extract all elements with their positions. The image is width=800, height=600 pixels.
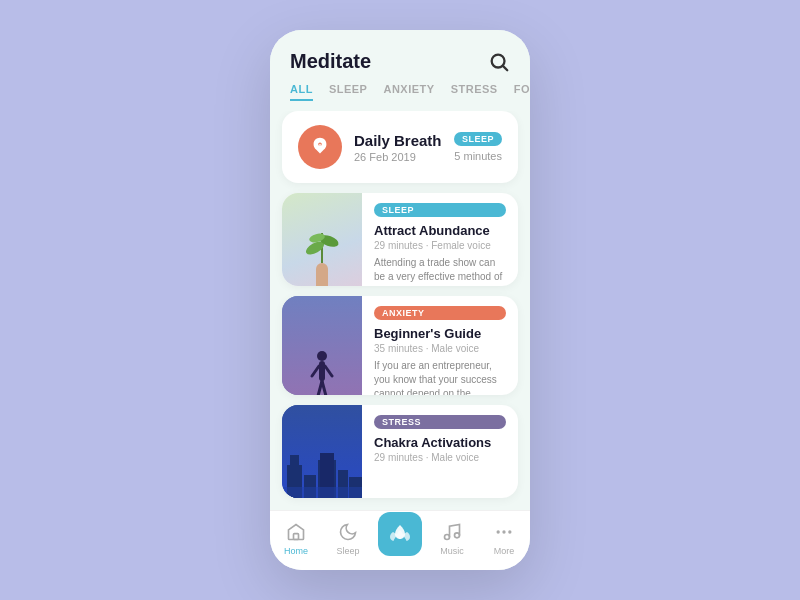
svg-point-29 <box>502 530 505 533</box>
nav-sleep[interactable]: Sleep <box>326 521 370 556</box>
card-title-attract: Attract Abundance <box>374 223 506 238</box>
nav-more-label: More <box>494 546 515 556</box>
card-desc-attract: Attending a trade show can be a very eff… <box>374 256 506 286</box>
card-meta-attract: 29 minutes · Female voice <box>374 240 506 251</box>
nav-meditate[interactable] <box>378 522 422 556</box>
card-badge-beginner: ANXIETY <box>374 306 506 320</box>
music-icon <box>441 521 463 543</box>
header: Meditate <box>270 30 530 83</box>
svg-rect-24 <box>282 487 362 498</box>
nav-music[interactable]: Music <box>430 521 474 556</box>
card-meta-chakra: 29 minutes · Male voice <box>374 452 506 463</box>
card-body-beginner: ANXIETY Beginner's Guide 35 minutes · Ma… <box>362 296 518 396</box>
svg-rect-4 <box>316 263 328 286</box>
daily-card[interactable]: Daily Breath 26 Feb 2019 SLEEP 5 minutes <box>282 111 518 183</box>
svg-rect-11 <box>319 361 325 381</box>
search-icon[interactable] <box>488 51 510 73</box>
card-body-chakra: STRESS Chakra Activations 29 minutes · M… <box>362 405 518 498</box>
silhouette-illustration <box>282 296 362 396</box>
card-badge-chakra: STRESS <box>374 415 506 429</box>
svg-point-27 <box>455 533 460 538</box>
card-image-attract <box>282 193 362 286</box>
nav-more[interactable]: More <box>482 521 526 556</box>
tab-sleep[interactable]: SLEEP <box>329 83 368 101</box>
tab-anxiety[interactable]: ANXIETY <box>383 83 434 101</box>
daily-title: Daily Breath <box>354 132 442 149</box>
card-desc-beginner: If you are an entrepreneur, you know tha… <box>374 359 506 396</box>
card-meta-beginner: 35 minutes · Male voice <box>374 343 506 354</box>
daily-breath-icon <box>298 125 342 169</box>
daily-badge: SLEEP <box>454 132 502 146</box>
nav-music-label: Music <box>440 546 464 556</box>
svg-line-1 <box>503 66 507 70</box>
card-chakra[interactable]: STRESS Chakra Activations 29 minutes · M… <box>282 405 518 498</box>
app-title: Meditate <box>290 50 371 73</box>
svg-point-30 <box>508 530 511 533</box>
nav-home[interactable]: Home <box>274 521 318 556</box>
card-attract-abundance[interactable]: SLEEP Attract Abundance 29 minutes · Fem… <box>282 193 518 286</box>
home-icon <box>285 521 307 543</box>
svg-rect-25 <box>294 534 299 540</box>
svg-point-10 <box>317 351 327 361</box>
tab-bar: ALL SLEEP ANXIETY STRESS FOCUS <box>270 83 530 111</box>
tab-all[interactable]: ALL <box>290 83 313 101</box>
hand-illustration <box>287 223 357 286</box>
daily-info: Daily Breath 26 Feb 2019 <box>354 132 442 163</box>
city-illustration <box>282 405 362 498</box>
more-icon <box>493 521 515 543</box>
lotus-icon <box>378 512 422 556</box>
svg-point-26 <box>445 535 450 540</box>
content-area: Daily Breath 26 Feb 2019 SLEEP 5 minutes <box>270 111 530 510</box>
card-badge-attract: SLEEP <box>374 203 506 217</box>
card-title-beginner: Beginner's Guide <box>374 326 506 341</box>
daily-meta: SLEEP 5 minutes <box>454 132 502 162</box>
nav-sleep-label: Sleep <box>336 546 359 556</box>
phone-container: Meditate ALL SLEEP ANXIETY STRESS FOCUS <box>270 30 530 570</box>
nav-home-label: Home <box>284 546 308 556</box>
tab-stress[interactable]: STRESS <box>451 83 498 101</box>
svg-point-28 <box>497 530 500 533</box>
card-body-attract: SLEEP Attract Abundance 29 minutes · Fem… <box>362 193 518 286</box>
bottom-nav: Home Sleep <box>270 510 530 570</box>
svg-point-2 <box>319 144 322 147</box>
card-beginners-guide[interactable]: ANXIETY Beginner's Guide 35 minutes · Ma… <box>282 296 518 396</box>
daily-duration: 5 minutes <box>454 150 502 162</box>
daily-date: 26 Feb 2019 <box>354 151 442 163</box>
tab-focus[interactable]: FOCUS <box>514 83 530 101</box>
card-image-beginner <box>282 296 362 396</box>
moon-icon <box>337 521 359 543</box>
card-title-chakra: Chakra Activations <box>374 435 506 450</box>
card-image-chakra <box>282 405 362 498</box>
